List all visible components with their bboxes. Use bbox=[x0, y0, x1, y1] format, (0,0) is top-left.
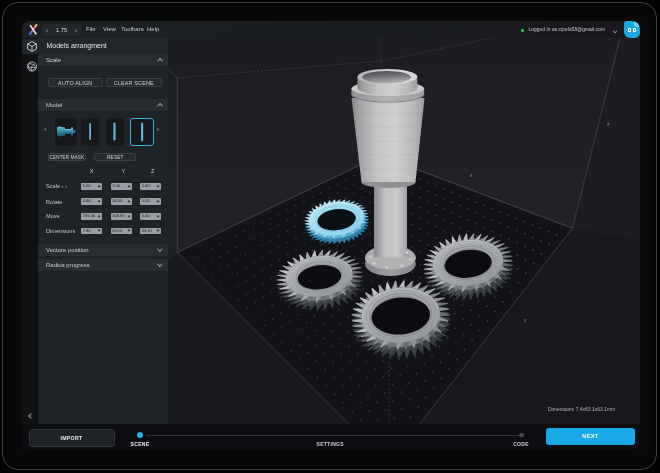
svg-text:Dimensions 7.4x63.1x63.1mm: Dimensions 7.4x63.1x63.1mm bbox=[548, 406, 615, 412]
